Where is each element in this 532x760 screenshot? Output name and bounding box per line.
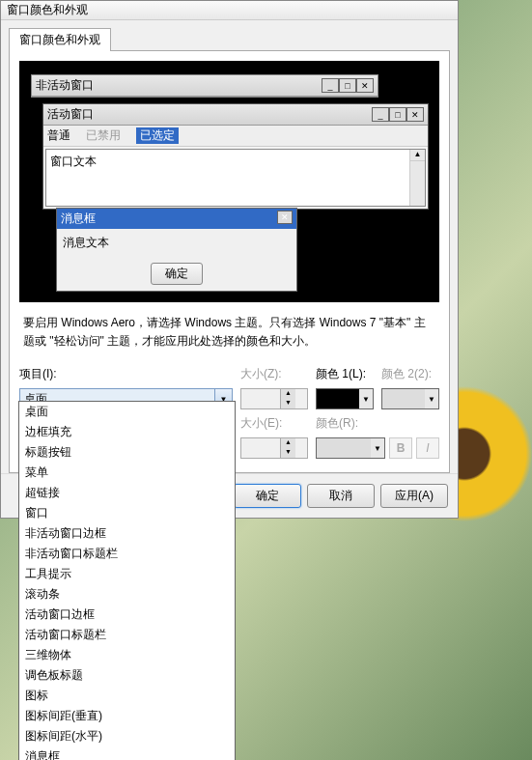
close-icon[interactable]: ✕ xyxy=(406,107,424,122)
chevron-down-icon[interactable]: ▼ xyxy=(359,389,373,408)
colorr-label: 颜色(R): xyxy=(316,415,439,432)
dropdown-item[interactable]: 三维物体 xyxy=(19,645,235,665)
spinner-down-icon: ▼ xyxy=(280,448,295,458)
dropdown-item[interactable]: 调色板标题 xyxy=(19,665,235,686)
spinner-up-icon[interactable]: ▲ xyxy=(280,389,295,399)
color1-label: 颜色 1(L): xyxy=(316,366,374,382)
dropdown-item[interactable]: 滚动条 xyxy=(19,584,235,605)
preview-active-window: 活动窗口 _ □ ✕ 普通 已禁用 已选定 窗口文本 xyxy=(42,103,429,210)
color2-picker: ▼ xyxy=(381,388,439,409)
italic-button: I xyxy=(416,437,439,459)
dropdown-item[interactable]: 非活动窗口边框 xyxy=(19,523,235,544)
color1-picker[interactable]: ▼ xyxy=(316,388,374,409)
spinner-up-icon: ▲ xyxy=(280,438,295,448)
tab-appearance[interactable]: 窗口颜色和外观 xyxy=(9,28,111,51)
close-icon[interactable]: ✕ xyxy=(356,78,374,93)
maximize-icon[interactable]: □ xyxy=(339,78,356,93)
msgbox-ok-button[interactable]: 确定 xyxy=(151,263,203,285)
preview-area: 非活动窗口 _ □ ✕ 活动窗口 _ □ ✕ xyxy=(19,61,439,302)
bold-button: B xyxy=(389,437,412,459)
minimize-icon[interactable]: _ xyxy=(322,78,339,93)
size2-spinner: ▲▼ xyxy=(240,437,308,459)
dropdown-item[interactable]: 桌面 xyxy=(19,402,235,422)
dropdown-item[interactable]: 窗口 xyxy=(19,503,235,523)
preview-window-body: 窗口文本 ▲ xyxy=(45,149,426,207)
item-label: 项目(I): xyxy=(19,366,233,382)
font-color-picker: ▼ xyxy=(316,437,385,459)
dropdown-item[interactable]: 活动窗口边框 xyxy=(19,605,235,625)
chevron-down-icon: ▼ xyxy=(425,389,438,408)
spinner-down-icon[interactable]: ▼ xyxy=(280,399,295,408)
dropdown-item[interactable]: 图标 xyxy=(19,686,235,706)
dropdown-item[interactable]: 工具提示 xyxy=(19,564,235,584)
menu-disabled: 已禁用 xyxy=(86,127,121,144)
dropdown-item[interactable]: 边框填充 xyxy=(19,422,235,442)
color2-label: 颜色 2(2): xyxy=(381,366,439,382)
font-color-swatch xyxy=(317,438,371,458)
dropdown-item[interactable]: 菜单 xyxy=(19,463,235,483)
apply-button[interactable]: 应用(A) xyxy=(380,484,448,508)
maximize-icon[interactable]: □ xyxy=(389,107,406,122)
dropdown-item[interactable]: 标题按钮 xyxy=(19,442,235,463)
dialog-titlebar[interactable]: 窗口颜色和外观 xyxy=(1,1,458,20)
dropdown-item[interactable]: 消息框 xyxy=(19,746,235,760)
dropdown-item[interactable]: 图标间距(垂直) xyxy=(19,706,235,726)
info-text: 要启用 Windows Aero，请选择 Windows 主题。只有选择 Win… xyxy=(19,302,439,362)
close-icon[interactable]: ✕ xyxy=(277,211,293,224)
size-label: 大小(Z): xyxy=(240,366,308,382)
inactive-window-title: 非活动窗口 xyxy=(36,77,322,94)
msgbox-text: 消息文本 xyxy=(63,236,109,249)
size2-input xyxy=(241,438,280,458)
dropdown-item[interactable]: 超链接 xyxy=(19,483,235,503)
preview-menu: 普通 已禁用 已选定 xyxy=(43,126,428,147)
dropdown-item[interactable]: 非活动窗口标题栏 xyxy=(19,544,235,564)
dialog-title: 窗口颜色和外观 xyxy=(7,2,88,18)
preview-msgbox: 消息框 ✕ 消息文本 确定 xyxy=(56,208,297,292)
ok-button[interactable]: 确定 xyxy=(234,484,301,508)
dropdown-item[interactable]: 图标间距(水平) xyxy=(19,726,235,746)
size-input[interactable] xyxy=(241,389,280,408)
item-dropdown-list[interactable]: 桌面边框填充标题按钮菜单超链接窗口非活动窗口边框非活动窗口标题栏工具提示滚动条活… xyxy=(18,401,236,760)
scrollbar[interactable]: ▲ xyxy=(409,150,425,206)
size2-label: 大小(E): xyxy=(240,415,308,432)
color1-swatch xyxy=(317,389,359,408)
msgbox-title: 消息框 xyxy=(61,211,277,227)
cancel-button[interactable]: 取消 xyxy=(307,484,375,508)
window-text: 窗口文本 xyxy=(50,155,97,168)
chevron-down-icon: ▼ xyxy=(371,438,384,458)
color2-swatch xyxy=(382,389,425,408)
menu-selected[interactable]: 已选定 xyxy=(136,127,179,144)
menu-normal[interactable]: 普通 xyxy=(47,127,70,144)
dropdown-item[interactable]: 活动窗口标题栏 xyxy=(19,625,235,645)
active-window-title: 活动窗口 xyxy=(47,106,372,123)
preview-inactive-window: 非活动窗口 _ □ ✕ xyxy=(31,74,378,98)
minimize-icon[interactable]: _ xyxy=(372,107,389,122)
size-spinner[interactable]: ▲▼ xyxy=(240,388,308,409)
